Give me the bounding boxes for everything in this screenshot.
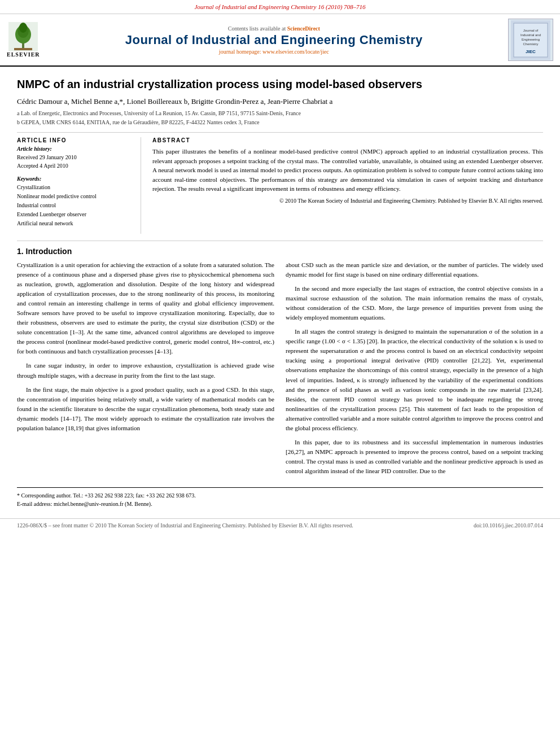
body-two-col: Crystallization is a unit operation for … xyxy=(17,260,543,480)
right-para-2: In the second and more especially the la… xyxy=(286,284,543,322)
affiliation-b: b GEPEA, UMR CNRS 6144, ENITIAA, rue de … xyxy=(17,119,543,126)
affiliations: a Lab. of Energetic, Electronics and Pro… xyxy=(17,110,543,126)
right-para-3: In all stages the control strategy is de… xyxy=(286,327,543,433)
svg-text:Journal of: Journal of xyxy=(523,29,539,32)
svg-text:Chemistry: Chemistry xyxy=(523,42,538,46)
keyword-3: Industrial control xyxy=(17,201,132,210)
intro-para-3: In the first stage, the main objective i… xyxy=(17,385,274,433)
svg-rect-5 xyxy=(14,48,32,50)
top-bar: Journal of Industrial and Engineering Ch… xyxy=(0,0,560,14)
header-center: Contents lists available at ScienceDirec… xyxy=(40,25,508,55)
intro-para-2: In cane sugar industry, in order to impr… xyxy=(17,361,274,380)
history-label: Article history: xyxy=(17,146,132,152)
section-number: 1. xyxy=(17,247,24,256)
intro-para-1: Crystallization is a unit operation for … xyxy=(17,260,274,356)
svg-text:Industrial and: Industrial and xyxy=(520,33,541,37)
header-left: ELSEVIER xyxy=(7,22,40,58)
journal-title: Journal of Industrial and Engineering Ch… xyxy=(51,33,497,47)
footnote-corresponding: * Corresponding author. Tel.: +33 262 26… xyxy=(17,491,543,500)
footnote-area: * Corresponding author. Tel.: +33 262 26… xyxy=(17,487,543,508)
divider-1 xyxy=(17,132,543,133)
bottom-bar: 1226-086X/$ – see front matter © 2010 Th… xyxy=(0,518,560,532)
homepage-text: journal homepage: www.elsevier.com/locat… xyxy=(219,49,329,55)
section-title: Introduction xyxy=(26,247,72,256)
keyword-1: Crystallization xyxy=(17,183,132,192)
copyright-notice: © 2010 The Korean Society of Industrial … xyxy=(152,197,543,205)
journal-cover-icon: Journal of Industrial and Engineering Ch… xyxy=(511,20,550,60)
sciencedirect-prefix: Contents lists available at xyxy=(228,25,286,32)
svg-text:JIEC: JIEC xyxy=(526,49,536,54)
authors-line: Cédric Damour a, Michel Benne a,*, Lione… xyxy=(17,97,543,106)
journal-logo-box: Journal of Industrial and Engineering Ch… xyxy=(508,19,553,61)
info-abstract-section: ARTICLE INFO Article history: Received 2… xyxy=(17,137,543,234)
history-section: Article history: Received 29 January 201… xyxy=(17,146,132,170)
journal-homepage: journal homepage: www.elsevier.com/locat… xyxy=(51,49,497,55)
abstract-column: ABSTRACT This paper illustrates the bene… xyxy=(152,137,543,234)
keywords-section: Keywords: Crystallization Nonlinear mode… xyxy=(17,176,132,228)
keywords-label: Keywords: xyxy=(17,176,132,182)
doi-line: doi:10.1016/j.jiec.2010.07.014 xyxy=(474,522,543,528)
elsevier-label: ELSEVIER xyxy=(7,51,40,58)
abstract-label: ABSTRACT xyxy=(152,137,543,143)
journal-citation: Journal of Industrial and Engineering Ch… xyxy=(194,3,365,10)
sciencedirect-link[interactable]: ScienceDirect xyxy=(287,25,320,32)
svg-point-4 xyxy=(19,23,27,33)
right-para-1: about CSD such as the mean particle size… xyxy=(286,260,543,279)
body-left-col: Crystallization is a unit operation for … xyxy=(17,260,274,480)
keyword-2: Nonlinear model predictive control xyxy=(17,192,132,201)
elsevier-logo: ELSEVIER xyxy=(7,22,40,58)
received-date: Received 29 January 2010 xyxy=(17,153,132,161)
intro-heading: 1. Introduction xyxy=(17,247,543,256)
keyword-4: Extended Luenberger observer xyxy=(17,210,132,219)
sciencedirect-line: Contents lists available at ScienceDirec… xyxy=(51,25,497,32)
accepted-date: Accepted 4 April 2010 xyxy=(17,161,132,170)
footnote-email[interactable]: E-mail address: michel.benne@univ-reunio… xyxy=(17,500,543,508)
article-title: NMPC of an industrial crystallization pr… xyxy=(17,77,543,91)
divider-2 xyxy=(17,241,543,241)
body-section: 1. Introduction Crystallization is a uni… xyxy=(17,247,543,480)
keyword-5: Artificial neural network xyxy=(17,219,132,228)
svg-text:Engineering: Engineering xyxy=(522,38,540,41)
abstract-body: This paper illustrates the benefits of a… xyxy=(152,147,543,194)
elsevier-tree-icon xyxy=(8,22,38,51)
body-right-col: about CSD such as the mean particle size… xyxy=(286,260,543,480)
affiliation-a: a Lab. of Energetic, Electronics and Pro… xyxy=(17,110,543,117)
main-content: NMPC of an industrial crystallization pr… xyxy=(0,67,560,518)
article-info-label: ARTICLE INFO xyxy=(17,137,132,143)
right-para-4: In this paper, due to its robustness and… xyxy=(286,438,543,476)
authors-text: Cédric Damour a, Michel Benne a,*, Lione… xyxy=(17,97,333,106)
journal-header: ELSEVIER Contents lists available at Sci… xyxy=(0,14,560,67)
article-info-column: ARTICLE INFO Article history: Received 2… xyxy=(17,137,141,234)
issn-notice: 1226-086X/$ – see front matter © 2010 Th… xyxy=(17,522,353,528)
page: Journal of Industrial and Engineering Ch… xyxy=(0,0,560,747)
